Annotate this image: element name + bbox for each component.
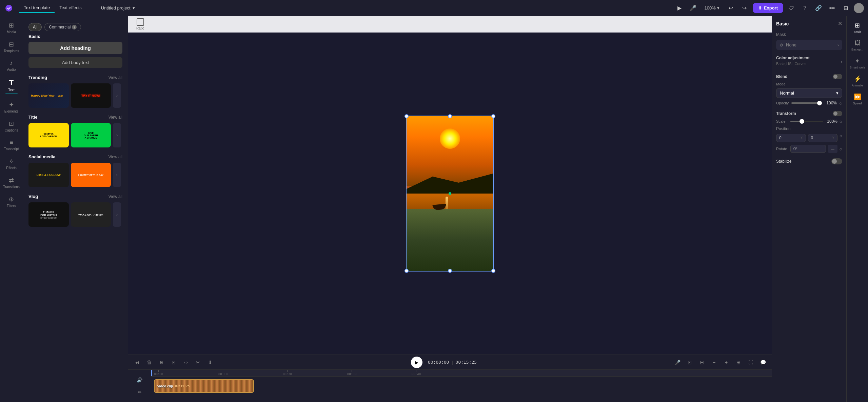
position-y-field[interactable]: 0 Y [808,134,838,142]
zoom-in-btn[interactable]: + [722,358,731,367]
template-give-earth-chance[interactable]: GIVEOUR EARTHA CHANCE [71,123,111,147]
template-wake-up[interactable]: WAKE UP / 7:15 am [71,202,111,227]
opacity-slider[interactable] [791,102,822,104]
filter-commercial-btn[interactable]: Commercial i [44,23,81,31]
transform-toggle[interactable] [833,111,842,116]
download-btn[interactable]: ⬇ [205,358,215,367]
trending-view-all[interactable]: View all [108,75,122,80]
handle-bottom-left[interactable] [405,269,409,273]
handle-top-middle[interactable] [448,114,452,118]
vlog-view-all[interactable]: View all [108,194,122,199]
fr-item-speed[interactable]: ⏩ Speed [848,91,867,108]
fr-item-background[interactable]: 🖼 Backgr... [848,37,867,54]
sidebar-item-elements[interactable]: ✦ Elements [1,98,22,116]
opacity-keyframe-icon[interactable]: ◇ [840,101,842,105]
rotate-minus-btn[interactable]: — [828,145,837,153]
template-happy-new-year[interactable]: Happy New Year — 2024 — [28,83,69,108]
mic-timeline-btn[interactable]: 🎤 [673,358,682,367]
sidebar-item-templates[interactable]: ⊟ Templates [1,38,22,56]
sidebar-item-media[interactable]: ⊞ Media [1,19,22,37]
template-what-is-low-carbon[interactable]: WHAT ISLOW-CARBON [28,123,69,147]
split-btn[interactable]: ✂ [193,358,203,367]
redo-btn[interactable]: ↪ [739,3,750,14]
filter-all-btn[interactable]: All [28,23,42,31]
position-x-value: 0 [779,136,782,140]
play-button[interactable]: ▶ [411,357,422,368]
rotate-keyframe-icon[interactable]: ◇ [840,147,842,151]
blend-mode-select[interactable]: Normal ▾ [776,88,842,98]
canvas-frame[interactable] [406,116,494,272]
split-view-icon-btn[interactable]: ⊟ [840,3,851,14]
back-icon-btn[interactable]: ⏮ [132,358,142,367]
template-try-it-now[interactable]: TRY IT NOW! [71,83,111,108]
blend-toggle[interactable] [833,74,842,79]
fr-item-smart-tools[interactable]: ✦ Smart tools [848,55,867,72]
video-clip[interactable]: video clip 00:15:25 [154,379,254,393]
handle-bottom-middle[interactable] [448,269,452,273]
rp-close-btn[interactable]: ✕ [838,20,842,27]
handle-top-right[interactable] [491,114,495,118]
timeline-icon1[interactable]: ⊡ [685,358,694,367]
timeline-icon2[interactable]: ⊟ [697,358,707,367]
position-keyframe-icon[interactable]: ◇ [840,134,842,142]
flip-btn[interactable]: ⇔ [181,358,191,367]
zoom-out-btn[interactable]: − [709,358,719,367]
tab-text-effects[interactable]: Text effects [55,3,86,13]
zoom-control[interactable]: 100% ▾ [701,4,723,12]
comment-btn[interactable]: 💬 [758,358,768,367]
crop-btn[interactable]: ⊡ [169,358,178,367]
play-icon-btn[interactable]: ▶ [674,3,685,14]
shield-icon-btn[interactable]: 🛡 [786,3,797,14]
rotate-field[interactable]: 0° [790,145,826,153]
timeline-playhead[interactable] [151,370,152,376]
sidebar-item-captions[interactable]: ⊡ Captions [1,117,22,135]
fullscreen-btn[interactable]: ⛶ [746,358,755,367]
scale-slider[interactable] [790,121,823,122]
sidebar-item-effects[interactable]: ✧ Effects [1,155,22,173]
trending-scroll-btn[interactable]: › [113,83,121,108]
mic-icon-btn[interactable]: 🎤 [688,3,698,14]
export-label: Export [764,5,778,11]
fr-item-basic[interactable]: ⊞ Basic [848,19,867,36]
social-media-view-all[interactable]: View all [108,155,122,159]
template-like-follow[interactable]: LIKE & FOLLOW [28,163,69,187]
scale-slider-thumb[interactable] [800,119,804,124]
help-icon-btn[interactable]: ? [800,3,810,14]
sidebar-item-filters[interactable]: ⊛ Filters [1,193,22,210]
template-outfit-day[interactable]: # OUTFIT OF THE DAY [71,163,111,187]
title-view-all[interactable]: View all [108,115,122,120]
social-scroll-btn[interactable]: › [113,163,121,187]
canvas-timeline-wrapper: Ratio [128,16,772,402]
user-avatar[interactable] [854,3,864,13]
volume-btn[interactable]: 🔊 [135,375,144,385]
sidebar-item-text[interactable]: T Text [1,76,22,97]
delete-clip-btn[interactable]: 🗑 [144,358,154,367]
rp-color-adj-row[interactable]: Color adjustment Basic,HSL,Curves › [776,56,842,68]
sidebar-item-transitions[interactable]: ⇄ Transitions [1,174,22,192]
fit-btn[interactable]: ⊞ [734,358,743,367]
project-name-button[interactable]: Untitled project ▾ [98,4,138,12]
fr-item-animate[interactable]: ⚡ Animate [848,73,867,90]
title-scroll-btn[interactable]: › [113,123,121,147]
tab-text-template[interactable]: Text template [19,3,55,13]
handle-bottom-right[interactable] [491,269,495,273]
edit-btn[interactable]: ✏ [135,387,144,397]
vlog-scroll-btn[interactable]: › [113,202,121,227]
share-icon-btn[interactable]: 🔗 [813,3,824,14]
scale-keyframe-icon[interactable]: ◇ [840,120,842,123]
sidebar-item-transcript[interactable]: ≡ Transcript [1,136,22,154]
position-x-field[interactable]: 0 X [776,134,806,142]
template-thanks-watch[interactable]: THANKSFOR WATCH @Your account [28,202,69,227]
add-body-button[interactable]: Add body text [28,57,122,68]
export-button[interactable]: ⬆ Export [753,3,783,13]
sidebar-item-audio[interactable]: ♪ Audio [1,57,22,74]
duplicate-clip-btn[interactable]: ⊕ [157,358,166,367]
undo-btn[interactable]: ↩ [726,3,736,14]
handle-top-left[interactable] [405,114,409,118]
add-heading-button[interactable]: Add heading [28,42,122,54]
rp-mask-row[interactable]: ⊘ None › [776,40,842,50]
more-icon-btn[interactable]: ••• [827,3,837,14]
ratio-button[interactable]: Ratio [134,17,147,32]
stabilize-toggle[interactable] [831,158,842,164]
opacity-slider-thumb[interactable] [817,101,822,105]
